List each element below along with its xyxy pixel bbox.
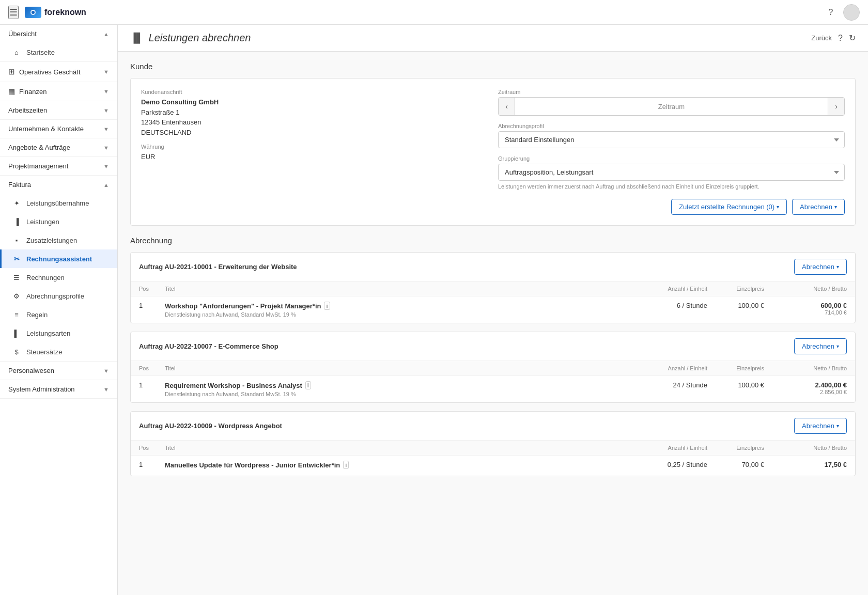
sidebar-section-finanzen: ▦ Finanzen ▼ <box>0 82 117 101</box>
row-pos-2-1: 1 <box>139 381 165 389</box>
chevron-up-icon-faktura: ▲ <box>103 182 109 188</box>
sidebar-item-leistungen[interactable]: ▐ Leistungen <box>0 212 117 231</box>
steuersaetze-icon: $ <box>12 347 21 356</box>
row-netto-main-3-1: 17,50 € <box>764 461 847 468</box>
menu-button[interactable]: ☰ <box>8 6 19 19</box>
col-netto-3: Netto / Brutto <box>764 445 847 451</box>
abrechnen-label-1: Abrechnen <box>802 263 834 271</box>
row-quantity-3-1: 0,25 / Stunde <box>635 461 707 468</box>
col-pos-1: Pos <box>139 286 165 292</box>
sidebar-item-zusatzleistungen[interactable]: ▪ Zusatzleistungen <box>0 231 117 249</box>
gruppierung-hint: Leistungen werden immer zuerst nach Auft… <box>498 183 845 191</box>
sidebar-section-angebote: Angebote & Aufträge ▼ <box>0 138 117 157</box>
logo-text: foreknown <box>44 8 86 17</box>
back-label[interactable]: Zurück <box>811 34 832 42</box>
col-anzahl-2: Anzahl / Einheit <box>635 365 707 371</box>
sidebar-item-rechnungen[interactable]: ☰ Rechnungen <box>0 268 117 287</box>
zuletzt-dropdown-arrow: ▾ <box>777 204 779 210</box>
sidebar-section-projektmanagement: Projektmanagement ▼ <box>0 157 117 176</box>
info-icon-2-1[interactable]: i <box>305 381 311 389</box>
sidebar-section-header-projektmanagement[interactable]: Projektmanagement ▼ <box>0 157 117 175</box>
leistungsuebernahme-icon: ✦ <box>12 198 21 208</box>
sidebar-section-header-operatives[interactable]: ⊞ Operatives Geschäft ▼ <box>0 62 117 82</box>
abrechnung-section-title: Abrechnung <box>130 236 856 245</box>
info-icon-1-1[interactable]: i <box>324 302 330 310</box>
col-anzahl-1: Anzahl / Einheit <box>635 286 707 292</box>
page-title-icon: ▐▌ <box>130 33 144 43</box>
abrechnen-main-button[interactable]: Abrechnen ▾ <box>792 199 845 215</box>
leistungen-icon: ▐ <box>12 217 21 226</box>
abrechnen-arrow-2: ▾ <box>836 343 839 349</box>
content-area: Kunde Kundenanschrift Demo Consulting Gm… <box>118 52 868 495</box>
sidebar-section-header-systemadmin[interactable]: System Administration ▼ <box>0 380 117 398</box>
sidebar-item-label-leistungsuebernahme: Leistungsübernahme <box>26 199 89 207</box>
col-einzelpreis-1: Einzelpreis <box>707 286 764 292</box>
sidebar-item-regeln[interactable]: ≡ Regeln <box>0 305 117 324</box>
sidebar-section-header-arbeitszeiten[interactable]: Arbeitszeiten ▼ <box>0 101 117 119</box>
abrechnen-button-1[interactable]: Abrechnen ▾ <box>794 259 847 275</box>
col-einzelpreis-2: Einzelpreis <box>707 365 764 371</box>
street: Parkstraße 1 <box>141 107 488 118</box>
sidebar-section-systemadmin: System Administration ▼ <box>0 380 117 399</box>
gruppierung-select[interactable]: Auftragsposition, Leistungsart <box>498 164 845 181</box>
abrechnen-arrow-1: ▾ <box>836 264 839 270</box>
customer-card: Kundenanschrift Demo Consulting GmbH Par… <box>130 78 856 226</box>
help-button[interactable]: ? <box>823 4 839 21</box>
row-title-text-2-1: Requirement Workshop - Business Analyst <box>165 382 302 389</box>
avatar[interactable] <box>843 4 860 21</box>
abrechnen-button-2[interactable]: Abrechnen ▾ <box>794 338 847 354</box>
abrechnen-main-label: Abrechnen <box>800 203 832 211</box>
sidebar-section-label-arbeitszeiten: Arbeitszeiten <box>8 106 47 114</box>
sidebar-item-label-leistungsarten: Leistungsarten <box>26 330 70 337</box>
col-netto-1: Netto / Brutto <box>764 286 847 292</box>
row-netto-main-1-1: 600,00 € <box>764 302 847 309</box>
col-titel-2: Titel <box>165 365 635 371</box>
sidebar-section-operatives: ⊞ Operatives Geschäft ▼ <box>0 62 117 82</box>
page-title-text: Leistungen abrechnen <box>149 32 251 44</box>
zeitraum-prev-button[interactable]: ‹ <box>499 98 515 115</box>
row-quantity-1-1: 6 / Stunde <box>635 302 707 309</box>
sidebar-item-abrechnungsprofile[interactable]: ⚙ Abrechnungsprofile <box>0 287 117 305</box>
address-label: Kundenanschrift <box>141 89 488 95</box>
sidebar-section-header-angebote[interactable]: Angebote & Aufträge ▼ <box>0 138 117 156</box>
sidebar-section-uebersicht: Übersicht ▲ ⌂ Startseite <box>0 25 117 62</box>
row-price-3-1: 70,00 € <box>707 461 764 468</box>
zuletzt-rechnungen-button[interactable]: Zuletzt erstellte Rechnungen (0) ▾ <box>671 199 787 215</box>
chevron-down-icon-finanzen: ▼ <box>103 88 109 95</box>
sidebar-section-header-personalwesen[interactable]: Personalwesen ▼ <box>0 362 117 380</box>
customer-form-block: Zeitraum ‹ Zeitraum › Abrechnungsprofil … <box>498 89 845 215</box>
page-title: ▐▌ Leistungen abrechnen <box>130 32 251 44</box>
zusatzleistungen-icon: ▪ <box>12 236 21 245</box>
col-netto-2: Netto / Brutto <box>764 365 847 371</box>
sidebar-item-startseite[interactable]: ⌂ Startseite <box>0 43 117 61</box>
abrechnungsprofil-select[interactable]: Standard Einstellungen <box>498 131 845 148</box>
sidebar-item-steuersaetze[interactable]: $ Steuersätze <box>0 342 117 361</box>
header-refresh-button[interactable]: ↻ <box>849 33 856 43</box>
sidebar-section-header-faktura[interactable]: Faktura ▲ <box>0 176 117 194</box>
sidebar-section-header-finanzen[interactable]: ▦ Finanzen ▼ <box>0 82 117 101</box>
sidebar-item-leistungsuebernahme[interactable]: ✦ Leistungsübernahme <box>0 194 117 212</box>
sidebar-item-rechnungsassistent[interactable]: ✂ Rechnungsassistent <box>0 249 117 268</box>
abrechnung-section: Abrechnung Auftrag AU-2021-10001 - Erwei… <box>130 236 856 476</box>
order-table-header-1: Pos Titel Anzahl / Einheit Einzelpreis N… <box>131 281 855 296</box>
gruppierung-label: Gruppierung <box>498 155 845 162</box>
sidebar-item-leistungsarten[interactable]: ▌ Leistungsarten <box>0 324 117 342</box>
sidebar-item-label-startseite: Startseite <box>26 49 55 56</box>
abrechnen-button-3[interactable]: Abrechnen ▾ <box>794 418 847 434</box>
header-help-button[interactable]: ? <box>838 34 843 43</box>
sidebar-section-header-unternehmen[interactable]: Unternehmen & Kontakte ▼ <box>0 120 117 138</box>
sidebar-item-label-rechnungen: Rechnungen <box>26 274 65 281</box>
row-subtitle-2-1: Dienstleistung nach Aufwand, Standard Mw… <box>165 391 635 397</box>
row-quantity-2-1: 24 / Stunde <box>635 381 707 389</box>
zeitraum-next-button[interactable]: › <box>828 98 844 115</box>
sidebar-section-header-uebersicht[interactable]: Übersicht ▲ <box>0 25 117 43</box>
sidebar-item-label-abrechnungsprofile: Abrechnungsprofile <box>26 292 84 300</box>
info-icon-3-1[interactable]: i <box>343 461 349 469</box>
chevron-down-icon-arbeitszeiten: ▼ <box>103 107 109 114</box>
company-name: Demo Consulting GmbH <box>141 97 488 107</box>
row-netto-main-2-1: 2.400,00 € <box>764 381 847 389</box>
zeitraum-placeholder: Zeitraum <box>515 103 828 111</box>
row-price-1-1: 100,00 € <box>707 302 764 309</box>
zeitraum-row: ‹ Zeitraum › <box>498 97 845 116</box>
row-netto-sub-2-1: 2.856,00 € <box>764 389 847 395</box>
